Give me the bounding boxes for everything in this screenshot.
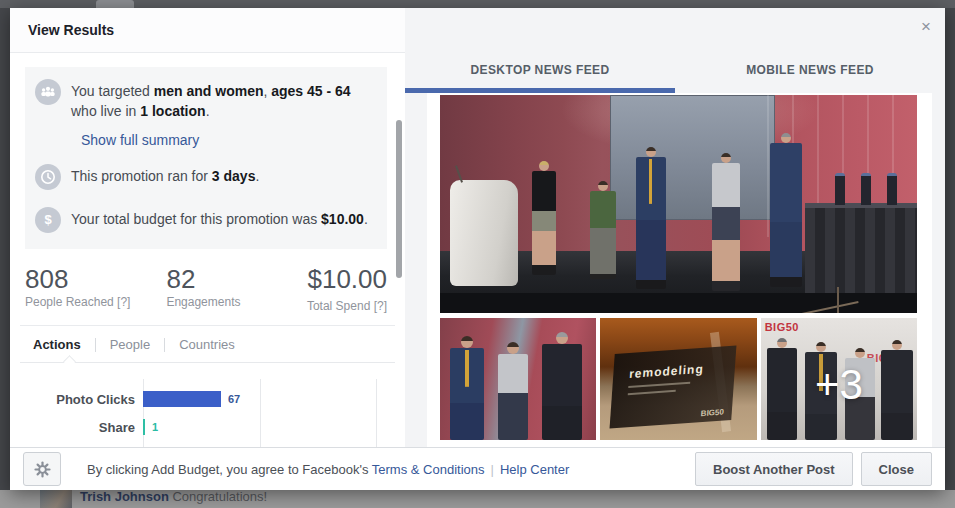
post-preview-card: remodeling BIG50 BIG50 BIG50 +3 [427,93,932,447]
background-browser-strip [0,0,955,8]
chart-value: 67 [228,393,240,405]
person-silhouette [590,191,616,279]
person-silhouette [636,157,666,289]
targeting-text: You targeted men and women, ages 45 - 64… [71,79,375,122]
chart-bar [143,391,221,407]
tab-countries[interactable]: Countries [165,337,249,352]
award-engraving-line [628,390,676,395]
post-photo-3[interactable]: remodeling BIG50 [600,318,756,440]
podium [450,180,518,286]
award-title-text: remodeling [629,360,736,381]
people-group-icon [35,79,61,105]
active-tab-caret [63,355,76,368]
chart-category-label: Photo Clicks [23,392,135,407]
clock-icon [35,164,61,190]
person-silhouette [542,344,582,440]
insight-tabs: Actions People Countries [33,337,405,352]
preview-panel: × DESKTOP NEWS FEED MOBILE NEWS FEED [405,8,945,447]
budget-text: Your total budget for this promotion was… [71,207,368,229]
settings-button[interactable] [23,452,61,486]
stat-people-reached: 808 People Reached [?] [25,265,130,310]
trophy [887,173,897,205]
chart-row: Share1 [10,413,405,441]
tab-mobile-news-feed[interactable]: MOBILE NEWS FEED [675,8,945,93]
comment-text: Congratulations! [169,489,267,504]
projection-screen [610,95,775,220]
award-brand-text: BIG50 [701,407,725,418]
promotion-summary-box: You targeted men and women, ages 45 - 64… [25,67,387,249]
gear-icon [34,461,51,478]
actions-bar-chart: Photo Clicks67Share1 [10,379,405,447]
commenter-name: Trish Johnson [80,489,169,504]
tab-desktop-news-feed[interactable]: DESKTOP NEWS FEED [405,8,675,93]
trophy [861,173,871,205]
person-silhouette [532,171,556,275]
tab-underline [20,362,395,363]
modal-footer: By clicking Add Budget, you agree to Fac… [10,447,945,490]
person-silhouette [450,348,484,440]
post-photo-4[interactable]: BIG50 BIG50 +3 [761,318,917,440]
chart-row: Photo Clicks67 [10,385,405,413]
background-comment: Trish Johnson Congratulations! [80,489,267,504]
boost-another-post-button[interactable]: Boost Another Post [695,452,853,486]
post-photo-main[interactable] [440,95,917,313]
person-silhouette [770,143,802,287]
more-photos-overlay[interactable]: +3 [761,364,917,406]
trophy [835,173,845,205]
modal-title: View Results [10,8,405,53]
dollar-icon: $ [35,207,61,233]
stat-total-spend: $10.00 Total Spend [?] [307,265,387,314]
stat-value: 82 [166,265,240,294]
chart-track: 67 [143,385,240,413]
duration-row: This promotion ran for 3 days. [35,164,375,190]
person-silhouette [712,163,740,291]
stat-label: Total Spend [?] [307,299,387,313]
chart-value: 1 [152,421,158,433]
view-results-modal: View Results You targeted men and women,… [10,8,945,490]
chart-category-label: Share [23,420,135,435]
stat-value: $10.00 [307,265,387,294]
targeting-row: You targeted men and women, ages 45 - 64… [35,79,375,122]
close-button[interactable]: Close [861,452,932,486]
budget-row: $ Your total budget for this promotion w… [35,207,375,233]
stat-engagements: 82 Engagements [166,265,240,310]
chart-bar [143,419,145,435]
awards-table [805,203,917,293]
show-full-summary-link[interactable]: Show full summary [81,132,199,148]
tab-people[interactable]: People [96,337,164,352]
tab-actions[interactable]: Actions [33,337,95,352]
preview-tabs: DESKTOP NEWS FEED MOBILE NEWS FEED [405,8,945,93]
background-tab-shape [96,0,134,8]
award-engraving-line [629,382,691,388]
stat-label: Engagements [166,295,240,309]
glass-award: remodeling BIG50 [610,345,737,428]
panel-scrollbar[interactable] [396,120,402,278]
link-separator: | [491,462,494,477]
commenter-avatar [40,490,72,508]
duration-text: This promotion ran for 3 days. [71,164,259,186]
terms-conditions-link[interactable]: Terms & Conditions [372,462,485,477]
stair-rail-post [837,287,839,313]
backdrop-brand-text: BIG50 [765,321,799,333]
divider [20,325,395,326]
person-silhouette [498,354,528,440]
footer-disclaimer: By clicking Add Budget, you agree to Fac… [87,462,569,477]
footer-buttons: Boost Another Post Close [695,452,932,486]
help-center-link[interactable]: Help Center [500,462,569,477]
stat-label: People Reached [?] [25,295,130,309]
post-photo-2[interactable] [440,318,596,440]
post-photo-row: remodeling BIG50 BIG50 BIG50 +3 [440,318,917,440]
stat-value: 808 [25,265,130,294]
results-panel: View Results You targeted men and women,… [10,8,405,447]
stats-row: 808 People Reached [?] 82 Engagements $1… [25,265,387,314]
chart-track: 1 [143,413,158,441]
